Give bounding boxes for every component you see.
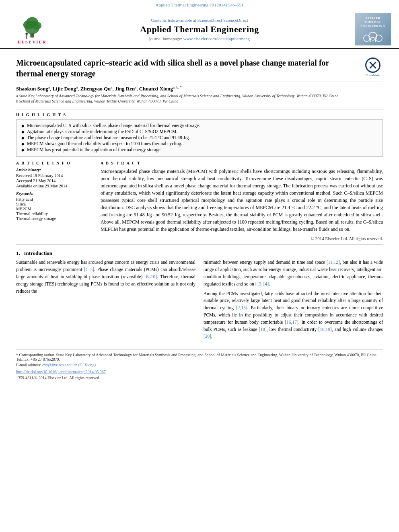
journal-logo-box: APPLIED THERMAL ENGINEERING (355, 13, 391, 45)
svg-point-6 (25, 33, 28, 35)
highlights-header: H I G H L I G H T S (16, 113, 383, 117)
affiliation-b: b School of Materials Science and Engine… (16, 99, 383, 103)
intro-two-col: Sustainable and renewable energy has aro… (16, 259, 383, 343)
received-date: Received 19 February 2014 (16, 173, 93, 178)
ref-6-10[interactable]: [6–10] (144, 274, 157, 279)
keyword-2: Silica (16, 202, 93, 206)
crossmark-icon (365, 58, 380, 73)
sciencedirect-anchor[interactable]: ScienceDirect (223, 18, 248, 23)
authors-line: Shaokun Songa, Lijie Donga, Zhengyao Qua… (16, 85, 383, 92)
highlight-item-4: ◆ MEPCM shows good thermal reliability w… (21, 141, 378, 146)
ref-1-5[interactable]: [1–5] (84, 267, 94, 272)
email-line: E-mail address: cxx@live.whu.edu.cn (C. … (16, 363, 383, 367)
crossmark-text: CrossMark (366, 74, 380, 77)
elsevier-logo-area: ELSEVIER (8, 14, 56, 44)
page: Applied Thermal Engineering 70 (2014) 54… (0, 0, 399, 389)
highlight-item-5: ◆ MEPCM has great potential in the appli… (21, 147, 378, 152)
doi-link[interactable]: http://dx.doi.org/10.1016/j.applthermale… (16, 370, 106, 374)
issn-line: 1359-4311/© 2014 Elsevier Ltd. All right… (16, 376, 383, 380)
divider-2 (16, 244, 383, 244)
article-info-col: A R T I C L E I N F O Article history: R… (16, 161, 93, 241)
elsevier-logo: ELSEVIER (8, 14, 56, 44)
copyright-line: © 2014 Elsevier Ltd. All rights reserved… (101, 236, 383, 241)
article-history-label: Article history: (16, 168, 93, 172)
article-title: Microencapsulated capric–stearic acid wi… (16, 58, 346, 79)
highlights-section: H I G H L I G H T S ◆ Microencapsulated … (16, 113, 383, 157)
journal-citation: Applied Thermal Engineering 70 (2014) 54… (0, 0, 399, 9)
ref-11-12[interactable]: [11,12] (327, 260, 340, 265)
journal-logo-right: APPLIED THERMAL ENGINEERING (343, 13, 391, 45)
homepage-link[interactable]: www.elsevier.com/locate/apthermeng (183, 36, 250, 41)
highlight-item-1: ◆ Microencapsulated C–S with silica shel… (21, 123, 378, 128)
keywords-label: Keywords: (16, 191, 93, 196)
ref-18[interactable]: [18] (259, 327, 267, 332)
intro-col-left: Sustainable and renewable energy has aro… (16, 259, 195, 343)
journal-title: Applied Thermal Engineering (56, 24, 343, 35)
accepted-date: Accepted 21 May 2014 (16, 179, 93, 183)
available-date: Available online 29 May 2014 (16, 184, 93, 188)
affiliation-a: a State Key Laboratory of Advanced Techn… (16, 94, 383, 98)
email-link[interactable]: cxx@live.whu.edu.cn (C. Xiong). (42, 363, 97, 367)
intro-title: 1. Introduction (16, 250, 383, 257)
corresponding-author-note: * Corresponding author. State Key Labora… (16, 353, 383, 362)
abstract-text: Microencapsulated phase change materials… (101, 168, 383, 233)
keyword-3: MEPCM (16, 207, 93, 211)
main-content: Microencapsulated capric–stearic acid wi… (0, 49, 399, 389)
abstract-header: A B S T R A C T (101, 161, 383, 165)
ref-13-14[interactable]: [13,14] (255, 281, 269, 286)
citation-text: Applied Thermal Engineering 70 (2014) 54… (156, 2, 244, 7)
footer-section: * Corresponding author. State Key Labora… (16, 349, 383, 380)
highlights-box: ◆ Microencapsulated C–S with silica shel… (16, 119, 383, 157)
elsevier-tree-icon (16, 14, 48, 39)
abstract-col: A B S T R A C T Microencapsulated phase … (101, 161, 383, 241)
journal-homepage: journal homepage: www.elsevier.com/locat… (56, 36, 343, 41)
article-title-section: Microencapsulated capric–stearic acid wi… (16, 53, 383, 82)
sciencedirect-link: Contents lists available at ScienceDirec… (56, 18, 343, 23)
divider-1 (16, 109, 383, 109)
article-info-abstract: A R T I C L E I N F O Article history: R… (16, 161, 383, 241)
highlight-item-3: ◆ The phase change temperature and laten… (21, 135, 378, 140)
journal-title-area: Contents lists available at ScienceDirec… (56, 18, 343, 41)
authors-section: Shaokun Songa, Lijie Donga, Zhengyao Qua… (16, 82, 383, 106)
ref-16-17[interactable]: [16,17] (285, 320, 298, 325)
keyword-4: Thermal reliability (16, 212, 93, 216)
ref-10-19[interactable]: [10,19] (318, 327, 332, 332)
svg-line-10 (27, 38, 28, 39)
intro-col-right: mismatch between energy supply and deman… (204, 259, 383, 343)
elsevier-wordmark: ELSEVIER (18, 39, 47, 44)
journal-header: ELSEVIER Contents lists available at Sci… (0, 9, 399, 49)
keyword-1: Fatty acid (16, 197, 93, 201)
journal-logo-graphic (363, 30, 383, 42)
ref-20[interactable]: [20] (204, 334, 211, 339)
svg-point-5 (26, 17, 38, 27)
introduction-section: 1. Introduction Sustainable and renewabl… (16, 250, 383, 343)
keyword-5: Thermal energy storage (16, 216, 93, 221)
highlight-item-2: ◆ Agitation rate plays a crucial role in… (21, 129, 378, 134)
ref-2-15[interactable]: [2,15] (236, 305, 247, 310)
crossmark-badge[interactable]: CrossMark (363, 58, 383, 77)
article-info-header: A R T I C L E I N F O (16, 161, 93, 165)
